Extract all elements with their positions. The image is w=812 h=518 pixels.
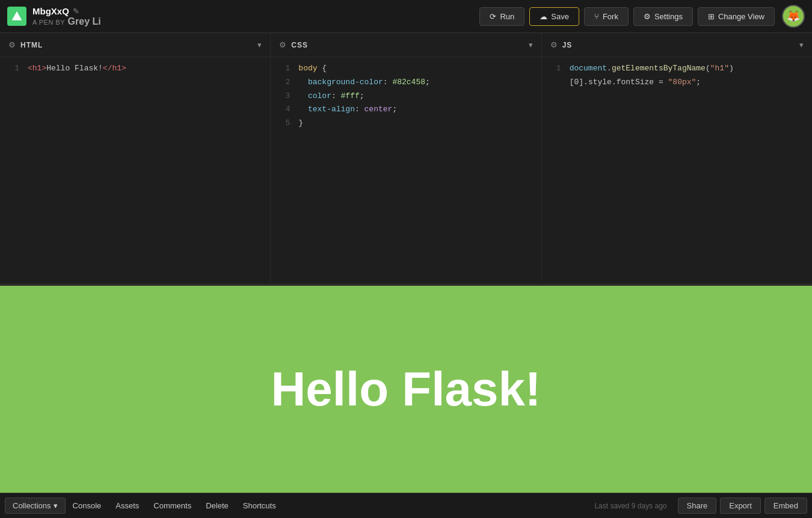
- settings-icon: ⚙: [644, 12, 651, 21]
- pen-author: Grey Li: [68, 16, 101, 26]
- js-editor[interactable]: 1 document.getElementsByTagName("h1") [0…: [542, 57, 812, 283]
- delete-button[interactable]: Delete: [198, 498, 236, 513]
- css-line-1: 1 body {: [271, 62, 541, 76]
- css-line-5: 5 }: [271, 117, 541, 131]
- change-view-button[interactable]: ⊞ Change View: [698, 7, 775, 26]
- pen-title: MbgXxQ: [32, 6, 69, 16]
- svg-marker-0: [12, 11, 22, 20]
- css-line-2: 2 background-color: #82c458;: [271, 76, 541, 90]
- top-nav: MbgXxQ ✎ A PEN BY Grey Li ⟳ Run ☁ Save ⑂…: [0, 0, 812, 33]
- css-editor[interactable]: 1 body { 2 background-color: #82c458; 3 …: [271, 57, 541, 283]
- share-button[interactable]: Share: [678, 498, 717, 514]
- html-line-1: 1 <h1>Hello Flask!</h1>: [0, 62, 270, 76]
- css-panel: ⚙ CSS ▾ 1 body { 2 background-color: #82…: [271, 33, 541, 283]
- collections-chevron-icon: ▾: [54, 501, 58, 510]
- js-chevron-icon[interactable]: ▾: [799, 40, 804, 49]
- console-button[interactable]: Console: [66, 498, 109, 513]
- css-gear-icon[interactable]: ⚙: [279, 40, 286, 49]
- js-panel-title: JS: [562, 41, 573, 49]
- assets-button[interactable]: Assets: [108, 498, 146, 513]
- fork-button[interactable]: ⑂ Fork: [584, 7, 629, 26]
- export-button[interactable]: Export: [720, 498, 761, 514]
- css-chevron-icon[interactable]: ▾: [529, 40, 533, 49]
- js-gear-icon[interactable]: ⚙: [550, 40, 558, 49]
- editor-area: ⚙ HTML ▾ 1 <h1>Hello Flask!</h1> ⚙ CSS ▾…: [0, 33, 812, 286]
- comments-button[interactable]: Comments: [146, 498, 198, 513]
- run-icon: ⟳: [490, 12, 496, 21]
- fork-icon: ⑂: [594, 12, 599, 21]
- html-panel: ⚙ HTML ▾ 1 <h1>Hello Flask!</h1>: [0, 33, 271, 283]
- nav-buttons: ⟳ Run ☁ Save ⑂ Fork ⚙ Settings ⊞ Change …: [479, 5, 805, 28]
- preview-output: Hello Flask!: [271, 362, 541, 417]
- js-panel-header: ⚙ JS ▾: [542, 33, 812, 57]
- pen-by-label: A PEN BY: [32, 19, 65, 26]
- last-saved-text: Last saved 9 days ago: [594, 502, 666, 510]
- save-button[interactable]: ☁ Save: [529, 7, 579, 26]
- preview-area: Hello Flask!: [0, 286, 812, 493]
- html-editor[interactable]: 1 <h1>Hello Flask!</h1>: [0, 57, 270, 283]
- run-button[interactable]: ⟳ Run: [479, 7, 524, 26]
- embed-button[interactable]: Embed: [764, 498, 807, 514]
- js-line-1: 1 document.getElementsByTagName("h1"): [542, 62, 812, 76]
- js-panel: ⚙ JS ▾ 1 document.getElementsByTagName("…: [542, 33, 812, 283]
- change-view-icon: ⊞: [708, 12, 715, 21]
- avatar[interactable]: 🦊: [782, 5, 805, 28]
- css-line-4: 4 text-align: center;: [271, 103, 541, 117]
- js-line-cont: [0].style.fontSize = "80px";: [542, 76, 812, 90]
- collections-button[interactable]: Collections ▾: [5, 498, 66, 514]
- edit-icon[interactable]: ✎: [73, 7, 79, 16]
- html-panel-header: ⚙ HTML ▾: [0, 33, 270, 57]
- html-gear-icon[interactable]: ⚙: [8, 40, 16, 49]
- css-panel-header: ⚙ CSS ▾: [271, 33, 541, 57]
- settings-button[interactable]: ⚙ Settings: [633, 7, 693, 26]
- shortcuts-button[interactable]: Shortcuts: [236, 498, 283, 513]
- html-panel-title: HTML: [20, 41, 43, 49]
- css-panel-title: CSS: [291, 41, 308, 49]
- css-line-3: 3 color: #fff;: [271, 90, 541, 103]
- html-chevron-icon[interactable]: ▾: [257, 40, 262, 49]
- bottom-bar: Collections ▾ Console Assets Comments De…: [0, 493, 812, 518]
- save-icon: ☁: [540, 12, 547, 21]
- pen-info: MbgXxQ ✎ A PEN BY Grey Li: [32, 6, 101, 27]
- pen-logo: [7, 7, 26, 26]
